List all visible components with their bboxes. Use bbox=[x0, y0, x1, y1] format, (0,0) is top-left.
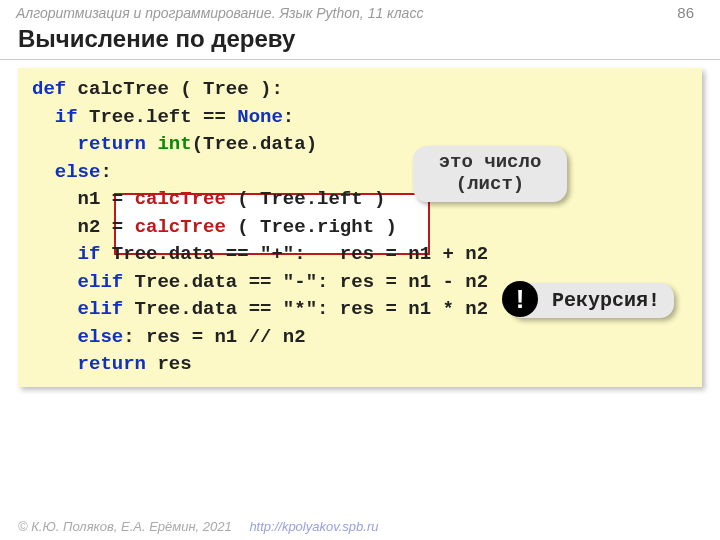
footer: © К.Ю. Поляков, Е.А. Ерёмин, 2021 http:/… bbox=[18, 519, 378, 534]
fn-int: int bbox=[157, 133, 191, 155]
breadcrumb: Алгоритмизация и программирование. Язык … bbox=[16, 5, 423, 21]
code-block: def calcTree ( Tree ): if Tree.left == N… bbox=[18, 68, 702, 387]
copyright: © К.Ю. Поляков, Е.А. Ерёмин, 2021 bbox=[18, 519, 232, 534]
kw-return: return bbox=[78, 133, 146, 155]
kw-def: def bbox=[32, 78, 66, 100]
footer-url: http://kpolyakov.spb.ru bbox=[249, 519, 378, 534]
kw-if: if bbox=[32, 106, 78, 128]
rec-call-2: calcTree bbox=[135, 216, 226, 238]
slide-header: Алгоритмизация и программирование. Язык … bbox=[0, 0, 720, 23]
kw-none: None bbox=[237, 106, 283, 128]
page-number: 86 bbox=[677, 4, 704, 21]
fn-name: calcTree ( Tree ): bbox=[66, 78, 283, 100]
page-title: Вычисление по дереву bbox=[0, 23, 720, 60]
kw-else: else bbox=[32, 161, 100, 183]
rec-call-1: calcTree bbox=[135, 188, 226, 210]
